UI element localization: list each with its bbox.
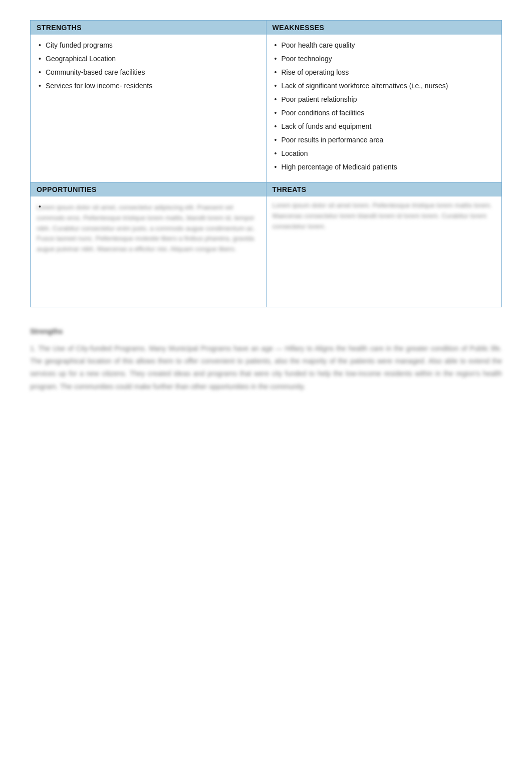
list-item: Rise of operating loss (273, 66, 496, 79)
analysis-paragraph: 1. The Use of City-funded Programs. Many… (30, 342, 502, 393)
threats-blurred-text: Lorem ipsum dolor sit amet lorem. Pellen… (273, 201, 496, 232)
list-item: High percentage of Medicaid patients (273, 160, 496, 174)
weaknesses-header: WEAKNESSES (267, 21, 502, 35)
list-item: City funded programs (37, 39, 260, 52)
list-item: Poor patient relationship (273, 93, 496, 106)
list-item: Poor health care quality (273, 39, 496, 52)
analysis-section: Strengths 1. The Use of City-funded Prog… (30, 327, 502, 393)
list-item: Lack of significant workforce alternativ… (273, 79, 496, 93)
list-item: Lack of funds and equipment (273, 120, 496, 133)
list-item: Services for low income- residents (37, 79, 260, 93)
list-item: Community-based care facilities (37, 66, 260, 79)
opportunities-header: OPPORTUNITIES (31, 182, 266, 197)
opportunities-blurred-text: Lorem ipsum dolor sit amet, consectetur … (37, 203, 260, 255)
weaknesses-list: Poor health care quality Poor technology… (273, 39, 496, 174)
strengths-content: City funded programs Geographical Locati… (31, 35, 266, 101)
weaknesses-content: Poor health care quality Poor technology… (267, 35, 502, 182)
list-item: Geographical Location (37, 52, 260, 66)
list-item: Poor technology (273, 52, 496, 66)
opportunities-content: Lorem ipsum dolor sit amet, consectetur … (31, 197, 266, 307)
list-item: Poor results in performance area (273, 133, 496, 147)
section-title: Strengths (30, 327, 502, 335)
list-item: Location (273, 147, 496, 160)
swot-table: STRENGTHS City funded programs Geographi… (30, 20, 502, 307)
strengths-header: STRENGTHS (31, 21, 266, 35)
strengths-list: City funded programs Geographical Locati… (37, 39, 260, 93)
list-item: Poor conditions of facilities (273, 106, 496, 120)
threats-content: Lorem ipsum dolor sit amet lorem. Pellen… (267, 197, 502, 307)
threats-header: THREATS (267, 182, 502, 197)
